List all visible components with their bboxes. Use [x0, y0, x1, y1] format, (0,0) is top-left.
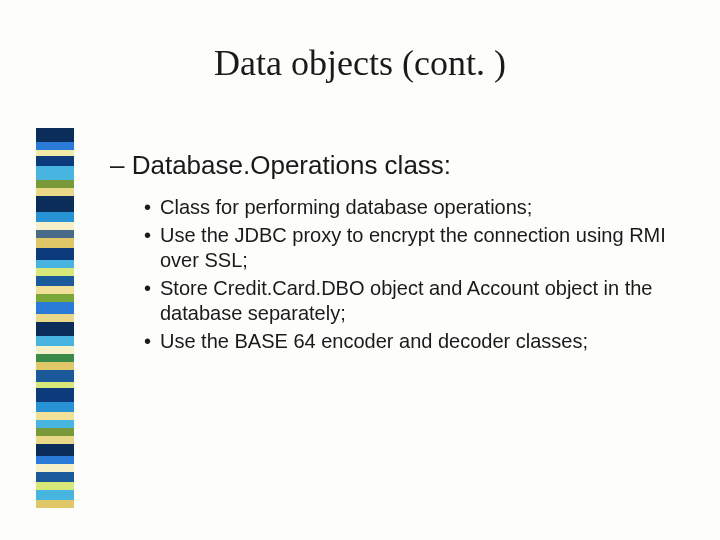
bullet-item: Class for performing database operations… [144, 195, 670, 221]
stripe [36, 456, 74, 464]
stripe [36, 370, 74, 382]
side-decoration [36, 128, 74, 508]
bullet-list: Class for performing database operations… [144, 195, 670, 355]
stripe [36, 362, 74, 370]
subtitle: – Database.Operations class: [110, 150, 670, 181]
stripe [36, 276, 74, 286]
stripe [36, 490, 74, 500]
stripe [36, 402, 74, 412]
stripe [36, 180, 74, 188]
stripe [36, 286, 74, 294]
stripe [36, 166, 74, 180]
stripe [36, 142, 74, 150]
stripe [36, 302, 74, 314]
stripe [36, 482, 74, 490]
stripe [36, 354, 74, 362]
bullet-item: Use the JDBC proxy to encrypt the connec… [144, 223, 670, 274]
stripe [36, 222, 74, 230]
stripe [36, 420, 74, 428]
stripe [36, 128, 74, 142]
stripe [36, 322, 74, 336]
stripe [36, 346, 74, 354]
stripe [36, 230, 74, 238]
stripe [36, 464, 74, 472]
stripe [36, 212, 74, 222]
stripe [36, 248, 74, 260]
stripe [36, 444, 74, 456]
stripe [36, 428, 74, 436]
stripe [36, 336, 74, 346]
slide-title: Data objects (cont. ) [214, 42, 506, 84]
stripe [36, 388, 74, 402]
stripe [36, 188, 74, 196]
stripe [36, 268, 74, 276]
stripe [36, 436, 74, 444]
slide-content: – Database.Operations class: Class for p… [110, 150, 670, 357]
bullet-item: Use the BASE 64 encoder and decoder clas… [144, 329, 670, 355]
stripe [36, 500, 74, 508]
stripe [36, 238, 74, 248]
stripe [36, 260, 74, 268]
stripe [36, 196, 74, 212]
stripe [36, 472, 74, 482]
bullet-item: Store Credit.Card.DBO object and Account… [144, 276, 670, 327]
stripe [36, 412, 74, 420]
stripe [36, 156, 74, 166]
stripe [36, 314, 74, 322]
stripe [36, 294, 74, 302]
